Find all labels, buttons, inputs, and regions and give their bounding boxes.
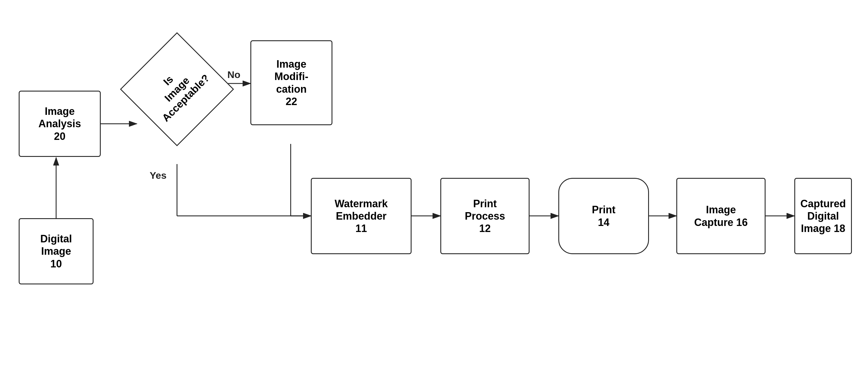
print-label: Print14 <box>592 204 615 228</box>
watermark-embedder-box: WatermarkEmbedder11 <box>311 178 411 254</box>
is-acceptable-diamond-wrapper: IsImageAcceptable? <box>131 43 223 135</box>
print-process-box: PrintProcess12 <box>440 178 530 254</box>
digital-image-box: DigitalImage10 <box>19 218 94 284</box>
no-label: No <box>227 69 240 80</box>
image-modification-label: ImageModifi-cation22 <box>275 58 309 108</box>
image-capture-box: ImageCapture 16 <box>676 178 766 254</box>
captured-digital-image-label: CapturedDigitalImage 18 <box>800 197 846 235</box>
image-analysis-box: ImageAnalysis20 <box>19 91 101 157</box>
watermark-embedder-label: WatermarkEmbedder11 <box>335 197 388 235</box>
image-capture-label: ImageCapture 16 <box>694 204 748 228</box>
yes-label: Yes <box>150 170 167 181</box>
print-process-label: PrintProcess12 <box>465 197 505 235</box>
captured-digital-image-box: CapturedDigitalImage 18 <box>794 178 852 254</box>
image-modification-box: ImageModifi-cation22 <box>250 40 332 125</box>
diagram-container: DigitalImage10 ImageAnalysis20 IsImageAc… <box>0 0 868 367</box>
print-box: Print14 <box>558 178 649 254</box>
image-analysis-label: ImageAnalysis20 <box>38 105 81 143</box>
digital-image-label: DigitalImage10 <box>40 233 72 270</box>
